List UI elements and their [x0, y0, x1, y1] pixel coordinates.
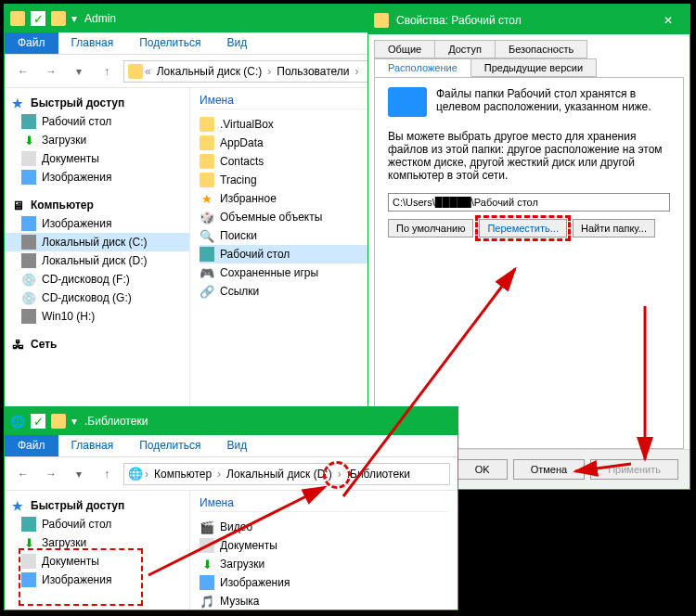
star-icon: ★	[200, 191, 214, 206]
tab-view[interactable]: Вид	[213, 32, 260, 54]
tab-file[interactable]: Файл	[5, 435, 58, 456]
folder-item[interactable]: 🎬Видео	[200, 518, 448, 536]
move-button[interactable]: Переместить...	[479, 219, 567, 237]
nav-disk-c[interactable]: Локальный диск (C:)	[5, 233, 189, 251]
dialog-titlebar: Свойства: Рабочий стол ✕	[368, 6, 690, 34]
crumb-users[interactable]: Пользователи	[273, 65, 353, 78]
nav-computer[interactable]: 🖥Компьютер	[5, 196, 189, 214]
address-bar[interactable]: 🌐 › Компьютер › Локальный диск (D:) › .Б…	[123, 463, 450, 485]
nav-desktop[interactable]: Рабочий стол	[5, 515, 189, 533]
drive-icon	[128, 64, 143, 79]
drive-icon	[21, 253, 36, 268]
find-folder-button[interactable]: Найти папку...	[573, 219, 655, 237]
tab-file[interactable]: Файл	[5, 32, 58, 54]
window-title: .Библиотеки	[84, 415, 148, 428]
picture-icon	[200, 575, 214, 590]
cancel-button[interactable]: Отмена	[513, 459, 585, 480]
nav-documents[interactable]: Документы	[5, 149, 189, 168]
check-icon: ✓	[31, 414, 45, 429]
document-icon	[200, 538, 214, 553]
nav-win10[interactable]: Win10 (H:)	[5, 307, 189, 326]
tab-share[interactable]: Поделиться	[126, 435, 213, 456]
apply-button[interactable]: Применить	[590, 459, 678, 480]
drive-icon	[21, 309, 36, 324]
cd-icon: 💿	[21, 290, 36, 305]
link-icon: 🔗	[200, 284, 214, 299]
tab-share[interactable]: Поделиться	[126, 32, 213, 54]
folder-icon	[10, 11, 25, 26]
crumb-root[interactable]: Локальный диск (C:)	[153, 65, 266, 78]
tab-access[interactable]: Доступ	[434, 40, 496, 58]
back-button[interactable]: ←	[12, 463, 34, 485]
folder-icon	[51, 414, 66, 429]
folder-large-icon	[388, 87, 427, 117]
overflow-icon[interactable]: ▾	[71, 415, 77, 428]
folder-item[interactable]: Документы	[200, 536, 448, 555]
tab-prev-versions[interactable]: Предыдущие версии	[470, 58, 597, 77]
star-icon: ★	[10, 96, 25, 110]
nav-toolbar: ← → ▾ ↑ 🌐 › Компьютер › Локальный диск (…	[5, 457, 458, 491]
back-button[interactable]: ←	[12, 60, 34, 83]
up-button[interactable]: ↑	[96, 463, 118, 485]
crumb-lib[interactable]: .Библиотеки	[343, 468, 414, 481]
nav-documents[interactable]: Документы	[5, 552, 189, 571]
close-button[interactable]: ✕	[647, 6, 690, 34]
tab-home[interactable]: Главная	[58, 435, 127, 456]
nav-disk-d[interactable]: Локальный диск (D:)	[5, 251, 189, 270]
dialog-title: Свойства: Рабочий стол	[396, 14, 522, 27]
tab-home[interactable]: Главная	[58, 32, 127, 54]
folder-item[interactable]: 🎵Музыка	[200, 592, 448, 610]
dialog-body: Файлы папки Рабочий стол хранятся в целе…	[374, 77, 684, 449]
nav-cd-g[interactable]: 💿CD-дисковод (G:)	[5, 289, 189, 307]
drive-icon	[21, 235, 36, 250]
nav-pictures2[interactable]: Изображения	[5, 214, 189, 233]
tab-location[interactable]: Расположение	[374, 58, 471, 77]
nav-cd-f[interactable]: 💿CD-дисковод (F:)	[5, 270, 189, 289]
check-icon: ✓	[31, 11, 45, 26]
nav-pane: ★Быстрый доступ Рабочий стол ⬇Загрузки Д…	[5, 491, 190, 610]
nav-desktop[interactable]: Рабочий стол	[5, 112, 189, 131]
nav-downloads[interactable]: ⬇Загрузки	[5, 131, 189, 149]
forward-button[interactable]: →	[40, 60, 62, 83]
crumb-pc[interactable]: Компьютер	[150, 468, 215, 481]
tab-view[interactable]: Вид	[213, 435, 260, 456]
search-icon: 🔍	[200, 228, 214, 243]
download-icon: ⬇	[200, 557, 214, 571]
folder-icon	[200, 135, 214, 150]
tab-general[interactable]: Общие	[374, 40, 435, 58]
ribbon-tabs: Файл Главная Поделиться Вид	[5, 435, 458, 457]
location-path-input[interactable]	[388, 193, 670, 212]
folder-item[interactable]: ⬇Загрузки	[200, 555, 448, 573]
nav-quick-access[interactable]: ★Быстрый доступ	[5, 94, 189, 112]
document-icon	[21, 554, 36, 569]
desktop-icon	[200, 247, 214, 262]
folder-icon	[200, 117, 214, 132]
video-icon: 🎬	[200, 520, 214, 534]
nav-pictures[interactable]: Изображения	[5, 571, 189, 589]
up-button[interactable]: ↑	[96, 60, 118, 83]
recent-button[interactable]: ▾	[68, 60, 90, 83]
overflow-icon[interactable]: ▾	[71, 12, 77, 25]
desktop-icon	[21, 517, 36, 532]
location-info-text: Файлы папки Рабочий стол хранятся в целе…	[436, 87, 670, 117]
picture-icon	[21, 572, 36, 587]
explorer-window-libraries: 🌐 ✓ ▾ .Библиотеки Файл Главная Поделитьс…	[4, 406, 458, 610]
recent-button[interactable]: ▾	[68, 463, 90, 485]
column-header[interactable]: Имена	[200, 496, 448, 512]
location-help-text: Вы можете выбрать другое место для хране…	[388, 130, 670, 182]
ok-button[interactable]: OK	[458, 459, 508, 480]
default-button[interactable]: По умолчанию	[388, 219, 473, 237]
folder-item[interactable]: Изображения	[200, 573, 448, 592]
tab-security[interactable]: Безопасность	[495, 40, 587, 58]
forward-button[interactable]: →	[40, 463, 62, 485]
nav-network[interactable]: 🖧Сеть	[5, 335, 189, 353]
nav-downloads[interactable]: ⬇Загрузки	[5, 533, 189, 552]
crumb-disk-d[interactable]: Локальный диск (D:)	[223, 468, 336, 481]
folder-icon	[374, 13, 389, 28]
folder-icon	[200, 154, 214, 169]
nav-pictures[interactable]: Изображения	[5, 168, 189, 186]
nav-quick-access[interactable]: ★Быстрый доступ	[5, 496, 189, 515]
download-icon: ⬇	[21, 535, 36, 550]
computer-icon: 🖥	[10, 198, 25, 212]
objects-icon: 🎲	[200, 210, 214, 225]
